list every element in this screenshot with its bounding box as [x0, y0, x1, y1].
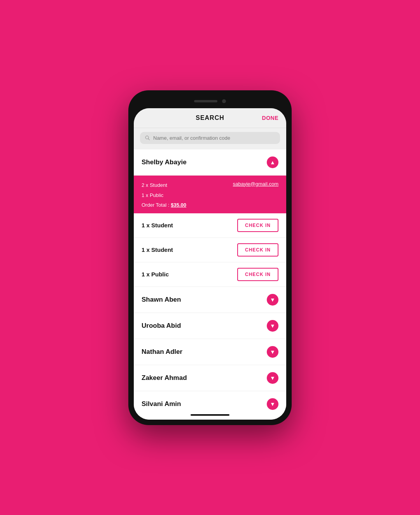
ticket-rows-shelby: 1 x Student CHECK IN 1 x Student CHECK I…: [134, 213, 286, 287]
expand-toggle-zakeer[interactable]: ▼: [267, 372, 278, 384]
ticket-row-3: 1 x Public CHECK IN: [134, 262, 286, 287]
app-header: SEARCH DONE: [134, 108, 286, 128]
person-row-shawn-aben[interactable]: Shawn Aben ▼: [134, 287, 286, 313]
person-row-silvani-amin[interactable]: Silvani Amin ▼: [134, 391, 286, 410]
attendee-list: Shelby Abayie ▲ 2 x Student 1 x Public O…: [134, 149, 286, 410]
expanded-panel-shelby: 2 x Student 1 x Public Order Total : $35…: [134, 176, 286, 213]
ticket-label-1: 1 x Student: [142, 222, 173, 228]
camera-dot: [222, 99, 226, 103]
person-row-nathan-adler[interactable]: Nathan Adler ▼: [134, 339, 286, 365]
home-indicator-bar: [134, 410, 286, 420]
check-in-button-3[interactable]: CHECK IN: [237, 268, 278, 281]
expanded-row: 2 x Student 1 x Public Order Total : $35…: [142, 181, 278, 208]
ticket-row-2: 1 x Student CHECK IN: [134, 238, 286, 262]
expand-toggle-urooba[interactable]: ▼: [267, 320, 278, 332]
person-name: Zakeer Ahmad: [142, 374, 187, 382]
phone-frame: SEARCH DONE Shelby Abayie ▲: [128, 90, 292, 425]
person-row-shelby-abayie[interactable]: Shelby Abayie ▲: [134, 149, 286, 176]
expand-toggle-shawn[interactable]: ▼: [267, 294, 278, 306]
person-name: Shelby Abayie: [142, 158, 187, 166]
person-name: Nathan Adler: [142, 348, 182, 356]
ticket-label-2: 1 x Student: [142, 246, 173, 253]
ticket-label-3: 1 x Public: [142, 271, 169, 278]
person-name: Shawn Aben: [142, 296, 181, 304]
ticket-summary-line1: 2 x Student: [142, 181, 186, 190]
person-row-zakeer-ahmad[interactable]: Zakeer Ahmad ▼: [134, 365, 286, 391]
home-indicator: [191, 414, 229, 416]
chevron-down-icon: ▼: [270, 375, 275, 381]
expand-toggle-nathan[interactable]: ▼: [267, 346, 278, 358]
notch-bar: [134, 96, 286, 107]
expand-toggle-silvani[interactable]: ▼: [267, 398, 278, 410]
order-amount: $35.00: [171, 202, 186, 208]
chevron-down-icon: ▼: [270, 297, 275, 302]
expand-toggle-shelby[interactable]: ▲: [267, 156, 278, 168]
order-label: Order Total :: [142, 202, 169, 208]
ticket-row-1: 1 x Student CHECK IN: [134, 213, 286, 238]
search-bar-container: [134, 128, 286, 149]
person-name: Silvani Amin: [142, 400, 181, 408]
search-input[interactable]: [153, 135, 275, 141]
notch-pill: [194, 100, 217, 102]
chevron-up-icon: ▲: [270, 160, 275, 165]
ticket-summary-line2: 1 x Public: [142, 191, 186, 200]
check-in-button-2[interactable]: CHECK IN: [237, 243, 278, 257]
person-name: Urooba Abid: [142, 322, 181, 330]
phone-screen: SEARCH DONE Shelby Abayie ▲: [134, 108, 286, 420]
expanded-details: 2 x Student 1 x Public Order Total : $35…: [142, 181, 186, 208]
chevron-down-icon: ▼: [270, 349, 275, 355]
done-button[interactable]: DONE: [262, 115, 278, 121]
chevron-down-icon: ▼: [270, 323, 275, 329]
person-row-urooba-abid[interactable]: Urooba Abid ▼: [134, 313, 286, 339]
svg-line-1: [148, 139, 149, 140]
search-bar: [140, 132, 280, 144]
header-title: SEARCH: [196, 114, 224, 121]
attendee-item-shelby-abayie: Shelby Abayie ▲ 2 x Student 1 x Public O…: [134, 149, 286, 287]
search-icon: [145, 135, 150, 141]
check-in-button-1[interactable]: CHECK IN: [237, 219, 278, 232]
attendee-email: sabayie@gmail.com: [233, 181, 278, 187]
chevron-down-icon: ▼: [270, 401, 275, 407]
order-total-line: Order Total : $35.00: [142, 202, 186, 208]
